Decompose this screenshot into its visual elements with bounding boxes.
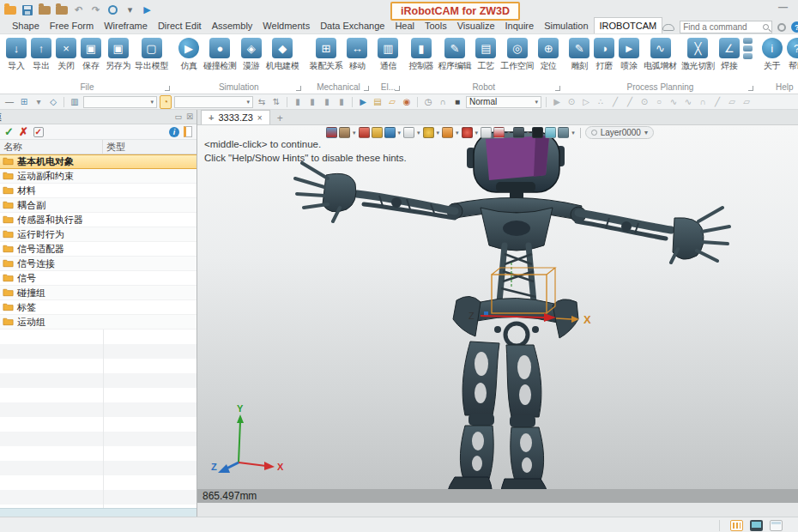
- ribbon-item-file-4[interactable]: ▣另存为: [104, 36, 132, 74]
- visibility-icon-caret[interactable]: ▾: [571, 130, 575, 136]
- ribbon-item-help-0[interactable]: i关于: [760, 36, 784, 74]
- entity-combo-caret-icon[interactable]: ▾: [150, 99, 154, 106]
- menu-tab-direct-edit[interactable]: Direct Edit: [153, 18, 207, 33]
- ribbon-item-robot-3[interactable]: ◎工作空间: [499, 36, 535, 74]
- menu-tab-simulation[interactable]: Simulation: [539, 18, 593, 33]
- regen-dropdown-icon[interactable]: ▾: [124, 4, 136, 15]
- menu-tab-shape[interactable]: Shape: [7, 18, 45, 33]
- play-icon[interactable]: ▶: [141, 4, 154, 15]
- dialog-launcher-icon-file[interactable]: [165, 86, 170, 91]
- tree-row-0[interactable]: 基本机电对象: [0, 154, 196, 169]
- ribbon-mini-buttons-process-planning[interactable]: [742, 36, 753, 61]
- save-icon[interactable]: [21, 4, 33, 15]
- mini-process-icon-2[interactable]: [743, 53, 753, 59]
- layer-caret-icon[interactable]: ▾: [644, 129, 648, 136]
- dialog-launcher-icon-electrical[interactable]: [395, 86, 400, 91]
- cancel-icon[interactable]: ✗: [19, 126, 28, 138]
- pointer-icon[interactable]: ▶: [551, 96, 563, 108]
- view-clock-icon-caret[interactable]: ▾: [437, 130, 440, 136]
- list-icon[interactable]: ▤: [372, 96, 384, 108]
- orbit-hand-icon-caret[interactable]: ▾: [353, 130, 356, 136]
- polyline-icon[interactable]: ╱: [624, 96, 636, 108]
- accept-icon[interactable]: ✓: [4, 126, 14, 138]
- cloud-icon[interactable]: [662, 24, 674, 31]
- swatch-icon[interactable]: ■: [451, 96, 463, 108]
- scene-3d[interactable]: ▾▾▾▾▾▾▾▾▾Layer0000▾ <middle-click> to co…: [197, 125, 798, 503]
- ribbon-item-simulation-1[interactable]: ●碰撞检测: [202, 36, 239, 74]
- ribbon-item-robot-1[interactable]: ✎程序编辑: [436, 36, 473, 74]
- view-clock-icon[interactable]: [423, 127, 434, 138]
- menu-tab-free-form[interactable]: Free Form: [45, 18, 99, 33]
- zoom-frame-icon[interactable]: [442, 127, 453, 138]
- open-folder-icon[interactable]: [55, 4, 68, 15]
- shaded-cube-icon[interactable]: [384, 127, 396, 138]
- menu-tab-data-exchange[interactable]: Data Exchange: [315, 18, 390, 33]
- sketch-line-icon[interactable]: ╱: [711, 96, 723, 108]
- search-icon[interactable]: [763, 24, 769, 30]
- tree-row-9[interactable]: 碰撞组: [0, 286, 196, 300]
- ribbon-item-file-0[interactable]: ↓导入: [4, 36, 28, 74]
- tree-row-10[interactable]: 标签: [0, 300, 196, 315]
- section-view-icon[interactable]: [481, 127, 492, 138]
- tree-row-8[interactable]: 信号: [0, 271, 196, 286]
- ribbon-item-process-planning-2[interactable]: ►喷涂: [617, 36, 641, 74]
- polygon-icon[interactable]: ◇: [47, 96, 59, 108]
- open-recent-icon[interactable]: [38, 4, 51, 15]
- curve-icon[interactable]: ∿: [682, 96, 694, 108]
- zoom-frame-icon-caret[interactable]: ▾: [456, 130, 459, 136]
- undo-icon[interactable]: ↶: [72, 4, 85, 15]
- line-tool-icon[interactable]: ╱: [609, 96, 621, 108]
- history-clock-icon[interactable]: ◔: [160, 95, 172, 109]
- align-right-icon[interactable]: ▮: [321, 96, 333, 108]
- ribbon-item-robot-4[interactable]: ⊕定位: [536, 36, 560, 74]
- window-icon[interactable]: [770, 520, 783, 531]
- open-file-icon[interactable]: [3, 4, 16, 15]
- wireframe-cube-icon-caret[interactable]: ▾: [417, 130, 420, 136]
- column-name[interactable]: 名称: [0, 140, 103, 154]
- ribbon-item-electrical-0[interactable]: ▥通信: [376, 36, 400, 74]
- panel-minimize-icon[interactable]: ▭: [174, 112, 182, 121]
- document-tab[interactable]: + 3333.Z3 ×: [201, 110, 270, 124]
- dialog-launcher-icon-process-planning[interactable]: [748, 86, 753, 91]
- render-mode-combo[interactable]: Normal▾: [466, 96, 541, 108]
- pick-arrow-icon[interactable]: ▶: [357, 96, 369, 108]
- table-view-icon[interactable]: [730, 520, 743, 531]
- menu-tab-irobotcam[interactable]: IROBOTCAM: [594, 17, 663, 33]
- filter-dropdown-icon[interactable]: ▾: [33, 96, 45, 108]
- menu-tab-wireframe[interactable]: Wireframe: [99, 18, 153, 33]
- info-icon[interactable]: i: [169, 127, 179, 137]
- monitor-icon[interactable]: [750, 520, 763, 531]
- menu-tab-weldments[interactable]: Weldments: [257, 18, 315, 33]
- align-top-icon[interactable]: ▮: [336, 96, 348, 108]
- ribbon-item-mechanical-1[interactable]: ↔移动: [345, 36, 369, 74]
- selection-filter-icon[interactable]: ⊞: [18, 96, 30, 108]
- layer-combo[interactable]: Layer0000▾: [585, 126, 654, 139]
- ribbon-item-simulation-3[interactable]: ◆机电建模: [264, 36, 301, 74]
- document-tab-close-icon[interactable]: ×: [257, 113, 263, 123]
- line-icon[interactable]: —: [3, 96, 15, 108]
- locate-target-icon-caret[interactable]: ▾: [475, 130, 479, 136]
- align-left-icon[interactable]: ▮: [292, 96, 304, 108]
- redo-icon[interactable]: ↷: [89, 4, 102, 15]
- circle-icon[interactable]: ○: [653, 96, 665, 108]
- sort-icon[interactable]: ⇅: [270, 96, 282, 108]
- tree-row-3[interactable]: 耦合副: [0, 198, 196, 213]
- document-icon[interactable]: [184, 126, 192, 137]
- spline-icon[interactable]: ∿: [668, 96, 680, 108]
- background-swatch-icon[interactable]: [532, 127, 543, 138]
- visibility-icon[interactable]: [558, 127, 569, 138]
- ribbon-item-help-1[interactable]: ?帮助: [785, 36, 798, 74]
- tree-row-2[interactable]: 材料: [0, 184, 196, 198]
- new-tab-button[interactable]: +: [270, 112, 290, 124]
- column-icon[interactable]: ▥: [69, 96, 81, 108]
- search-input[interactable]: [683, 22, 763, 32]
- display-monitor-icon-caret[interactable]: ▾: [527, 130, 530, 136]
- folder-open-icon[interactable]: ▱: [386, 96, 398, 108]
- panel-close-icon[interactable]: ☒: [186, 112, 193, 121]
- ribbon-item-file-2[interactable]: ×关闭: [54, 36, 78, 74]
- shaded-cube-icon-caret[interactable]: ▾: [398, 130, 402, 136]
- exit-icon[interactable]: [326, 127, 337, 138]
- align-center-icon[interactable]: ▮: [306, 96, 318, 108]
- dialog-launcher-icon-mechanical[interactable]: [364, 86, 369, 91]
- circle-center-icon[interactable]: ⊙: [638, 96, 650, 108]
